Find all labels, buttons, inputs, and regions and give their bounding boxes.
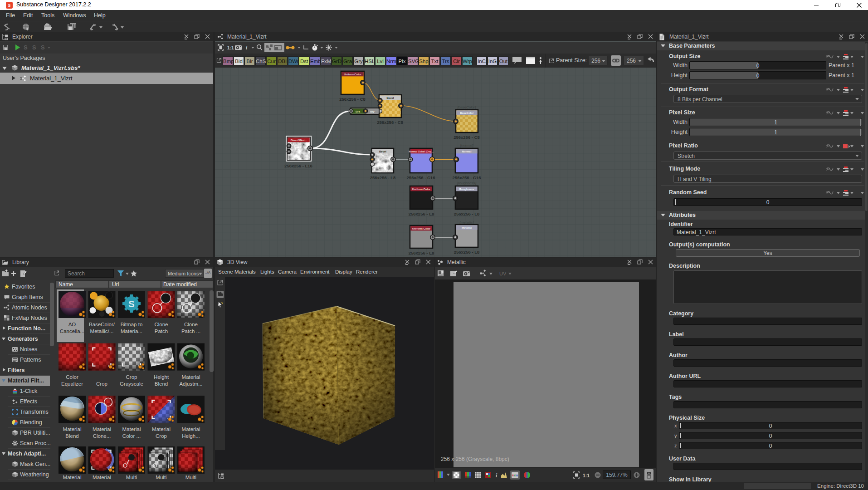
svg-text:Material: Material bbox=[93, 426, 111, 432]
svg-text:Bevel: Bevel bbox=[379, 150, 386, 153]
svg-text:[metallic]: [metallic] bbox=[459, 220, 474, 225]
svg-text:Material: Material bbox=[122, 426, 141, 432]
svg-text:S: S bbox=[128, 299, 134, 309]
svg-text:Material: Material bbox=[152, 426, 171, 432]
svg-text:Patch: Patch bbox=[155, 328, 168, 334]
svg-text:Material: Material bbox=[182, 426, 200, 432]
svg-text:Heigh...: Heigh... bbox=[182, 433, 200, 439]
svg-text:Bevel: Bevel bbox=[386, 97, 394, 99]
svg-text:Metallic: Metallic bbox=[462, 226, 472, 229]
svg-text:UniformColor: UniformColor bbox=[344, 73, 361, 76]
svg-text:Blend: Blend bbox=[65, 433, 78, 439]
svg-text:Bly: Bly bbox=[370, 110, 375, 113]
svg-text:Adjustm...: Adjustm... bbox=[179, 381, 202, 387]
svg-text:Crop: Crop bbox=[156, 433, 167, 439]
svg-text:Uniform Color: Uniform Color bbox=[412, 188, 431, 191]
svg-text:[roughness]: [roughness] bbox=[457, 181, 477, 185]
svg-text:S: S bbox=[32, 44, 36, 51]
svg-text:256x256 - C8: 256x256 - C8 bbox=[454, 135, 480, 140]
svg-text:Normal Sobel [Dep...: Normal Sobel [Dep... bbox=[409, 150, 434, 153]
svg-text:Normal: Normal bbox=[462, 150, 472, 153]
svg-text:i: i bbox=[246, 45, 248, 50]
svg-text:256x256 - C8: 256x256 - C8 bbox=[377, 120, 403, 125]
svg-text:Crop: Crop bbox=[126, 374, 137, 380]
svg-text:Multi: Multi bbox=[126, 475, 137, 480]
svg-text:1:1: 1:1 bbox=[227, 45, 234, 50]
svg-text:[baseColor]: [baseColor] bbox=[457, 105, 477, 109]
svg-text:Bra: Bra bbox=[356, 110, 361, 113]
svg-text:DirectXNoi...: DirectXNoi... bbox=[291, 139, 307, 142]
svg-text:Height: Height bbox=[154, 374, 169, 380]
svg-text:256x256 - L8: 256x256 - L8 bbox=[454, 211, 480, 216]
svg-text:1:1: 1:1 bbox=[583, 473, 590, 478]
svg-text:R: R bbox=[512, 474, 514, 477]
svg-text:Material: Material bbox=[182, 374, 200, 380]
svg-text:Bitmap to: Bitmap to bbox=[121, 322, 143, 327]
svg-text:Uniform Color: Uniform Color bbox=[412, 227, 431, 230]
svg-text:i: i bbox=[496, 472, 497, 479]
svg-text:256x256 - C16: 256x256 - C16 bbox=[453, 175, 481, 180]
svg-text:Clone: Clone bbox=[184, 322, 198, 327]
svg-text:Color: Color bbox=[66, 374, 78, 380]
svg-text:Color ...: Color ... bbox=[122, 433, 141, 439]
svg-text:B: B bbox=[516, 474, 518, 477]
svg-text:Material: Material bbox=[63, 475, 82, 480]
svg-text:256x256 - L8: 256x256 - L8 bbox=[409, 250, 434, 255]
svg-text:256x256 - C16: 256x256 - C16 bbox=[407, 175, 435, 180]
svg-text:256x256 - L8: 256x256 - L8 bbox=[409, 211, 434, 216]
svg-text:Patch ...: Patch ... bbox=[181, 328, 200, 334]
svg-text:256x256 - L16: 256x256 - L16 bbox=[284, 163, 312, 168]
svg-text:S: S bbox=[24, 44, 28, 51]
svg-text:Multi: Multi bbox=[185, 475, 196, 480]
svg-text:Multi: Multi bbox=[156, 475, 166, 480]
svg-text:BaseColor/: BaseColor/ bbox=[89, 322, 115, 327]
svg-text:Blend: Blend bbox=[155, 381, 168, 387]
svg-text:[normal]: [normal] bbox=[460, 143, 474, 147]
svg-text:AO: AO bbox=[68, 322, 76, 327]
svg-text:UV: UV bbox=[499, 271, 507, 276]
svg-text:256x256 - C8: 256x256 - C8 bbox=[339, 97, 366, 102]
svg-text:S: S bbox=[41, 44, 45, 51]
svg-text:Material: Material bbox=[93, 475, 111, 480]
svg-text:Clone...: Clone... bbox=[93, 433, 111, 439]
svg-text:256x256 - L8: 256x256 - L8 bbox=[454, 250, 480, 255]
svg-text:Materia...: Materia... bbox=[121, 328, 142, 334]
svg-text:BaseColor: BaseColor bbox=[460, 112, 474, 114]
svg-text:Crop: Crop bbox=[96, 381, 107, 387]
svg-text:Grayscale: Grayscale bbox=[120, 381, 143, 387]
svg-text:Metallic/...: Metallic/... bbox=[90, 328, 114, 334]
svg-text:Material: Material bbox=[63, 426, 82, 432]
svg-text:Equalizer: Equalizer bbox=[61, 381, 83, 387]
svg-text:256x256 - L8: 256x256 - L8 bbox=[370, 175, 396, 180]
svg-text:Roughness: Roughness bbox=[459, 188, 474, 191]
svg-text:Clone: Clone bbox=[154, 322, 168, 327]
svg-text:Cancella...: Cancella... bbox=[60, 328, 84, 334]
